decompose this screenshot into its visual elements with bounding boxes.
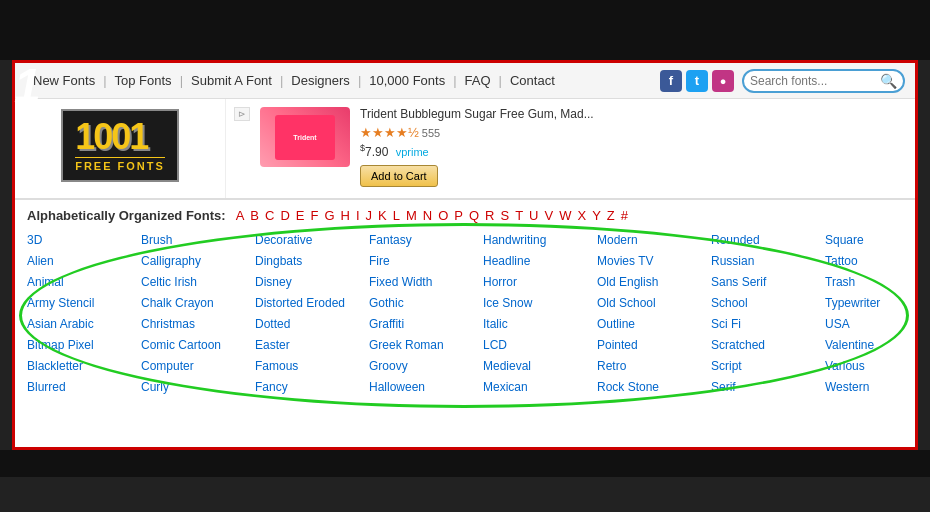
font-item[interactable]: Retro: [597, 357, 707, 375]
alpha-H[interactable]: H: [341, 208, 350, 223]
font-item[interactable]: Russian: [711, 252, 821, 270]
search-input[interactable]: [750, 74, 880, 88]
alpha-J[interactable]: J: [366, 208, 373, 223]
font-item[interactable]: Alien: [27, 252, 137, 270]
search-button[interactable]: 🔍: [880, 73, 897, 89]
alpha-P[interactable]: P: [454, 208, 463, 223]
font-item[interactable]: Brush: [141, 231, 251, 249]
font-item[interactable]: Italic: [483, 315, 593, 333]
font-item[interactable]: Valentine: [825, 336, 918, 354]
alpha-D[interactable]: D: [280, 208, 289, 223]
font-item[interactable]: Old School: [597, 294, 707, 312]
font-item[interactable]: Sans Serif: [711, 273, 821, 291]
font-item[interactable]: Distorted Eroded: [255, 294, 365, 312]
add-to-cart-button[interactable]: Add to Cart: [360, 165, 438, 187]
font-item[interactable]: 3D: [27, 231, 137, 249]
font-item[interactable]: Animal: [27, 273, 137, 291]
font-item[interactable]: Fixed Width: [369, 273, 479, 291]
alpha-V[interactable]: V: [545, 208, 554, 223]
font-item[interactable]: Halloween: [369, 378, 479, 396]
font-item[interactable]: Script: [711, 357, 821, 375]
font-item[interactable]: Gothic: [369, 294, 479, 312]
instagram-icon[interactable]: ●: [712, 70, 734, 92]
nav-link-submit-font[interactable]: Submit A Font: [183, 73, 280, 88]
font-item[interactable]: Rounded: [711, 231, 821, 249]
font-item[interactable]: Army Stencil: [27, 294, 137, 312]
font-item[interactable]: Celtic Irish: [141, 273, 251, 291]
font-item[interactable]: School: [711, 294, 821, 312]
facebook-icon[interactable]: f: [660, 70, 682, 92]
nav-link-designers[interactable]: Designers: [283, 73, 358, 88]
font-item[interactable]: Famous: [255, 357, 365, 375]
alpha-T[interactable]: T: [515, 208, 523, 223]
alpha-Z[interactable]: Z: [607, 208, 615, 223]
nav-link-faq[interactable]: FAQ: [457, 73, 499, 88]
font-item[interactable]: Handwriting: [483, 231, 593, 249]
font-item[interactable]: Dingbats: [255, 252, 365, 270]
font-item[interactable]: Old English: [597, 273, 707, 291]
font-item[interactable]: Easter: [255, 336, 365, 354]
font-item[interactable]: Rock Stone: [597, 378, 707, 396]
font-item[interactable]: Movies TV: [597, 252, 707, 270]
nav-link-contact[interactable]: Contact: [502, 73, 563, 88]
font-item[interactable]: Groovy: [369, 357, 479, 375]
font-item[interactable]: Square: [825, 231, 918, 249]
font-item[interactable]: Blurred: [27, 378, 137, 396]
alpha-I[interactable]: I: [356, 208, 360, 223]
font-item[interactable]: USA: [825, 315, 918, 333]
font-item[interactable]: Calligraphy: [141, 252, 251, 270]
font-item[interactable]: Decorative: [255, 231, 365, 249]
nav-link-10000-fonts[interactable]: 10,000 Fonts: [361, 73, 453, 88]
font-item[interactable]: Horror: [483, 273, 593, 291]
alpha-L[interactable]: L: [393, 208, 400, 223]
alpha-B[interactable]: B: [250, 208, 259, 223]
font-item[interactable]: Medieval: [483, 357, 593, 375]
alpha-A[interactable]: A: [236, 208, 245, 223]
font-item[interactable]: Western: [825, 378, 918, 396]
font-item[interactable]: Trash: [825, 273, 918, 291]
font-item[interactable]: Dotted: [255, 315, 365, 333]
font-item[interactable]: Mexican: [483, 378, 593, 396]
alpha-K[interactable]: K: [378, 208, 387, 223]
alpha-R[interactable]: R: [485, 208, 494, 223]
font-item[interactable]: Fancy: [255, 378, 365, 396]
alpha-O[interactable]: O: [438, 208, 448, 223]
font-item[interactable]: Fantasy: [369, 231, 479, 249]
alpha-E[interactable]: E: [296, 208, 305, 223]
font-item[interactable]: Disney: [255, 273, 365, 291]
alpha-C[interactable]: C: [265, 208, 274, 223]
alpha-hash[interactable]: #: [621, 208, 628, 223]
alpha-W[interactable]: W: [559, 208, 571, 223]
font-item[interactable]: Typewriter: [825, 294, 918, 312]
font-item[interactable]: Christmas: [141, 315, 251, 333]
font-item[interactable]: Outline: [597, 315, 707, 333]
alpha-Q[interactable]: Q: [469, 208, 479, 223]
font-item[interactable]: Blackletter: [27, 357, 137, 375]
alpha-G[interactable]: G: [324, 208, 334, 223]
font-item[interactable]: Serif: [711, 378, 821, 396]
alpha-N[interactable]: N: [423, 208, 432, 223]
font-item[interactable]: Pointed: [597, 336, 707, 354]
font-item[interactable]: Sci Fi: [711, 315, 821, 333]
alpha-S[interactable]: S: [500, 208, 509, 223]
font-item[interactable]: Computer: [141, 357, 251, 375]
alpha-U[interactable]: U: [529, 208, 538, 223]
font-item[interactable]: Ice Snow: [483, 294, 593, 312]
alpha-F[interactable]: F: [310, 208, 318, 223]
font-item[interactable]: Chalk Crayon: [141, 294, 251, 312]
alpha-M[interactable]: M: [406, 208, 417, 223]
font-item[interactable]: Various: [825, 357, 918, 375]
font-item[interactable]: Modern: [597, 231, 707, 249]
font-item[interactable]: Curly: [141, 378, 251, 396]
font-item[interactable]: LCD: [483, 336, 593, 354]
font-item[interactable]: Asian Arabic: [27, 315, 137, 333]
font-item[interactable]: Graffiti: [369, 315, 479, 333]
alpha-Y[interactable]: Y: [592, 208, 601, 223]
font-item[interactable]: Bitmap Pixel: [27, 336, 137, 354]
alpha-X[interactable]: X: [577, 208, 586, 223]
font-item[interactable]: Scratched: [711, 336, 821, 354]
font-item[interactable]: Greek Roman: [369, 336, 479, 354]
font-item[interactable]: Fire: [369, 252, 479, 270]
font-item[interactable]: Comic Cartoon: [141, 336, 251, 354]
font-item[interactable]: Tattoo: [825, 252, 918, 270]
